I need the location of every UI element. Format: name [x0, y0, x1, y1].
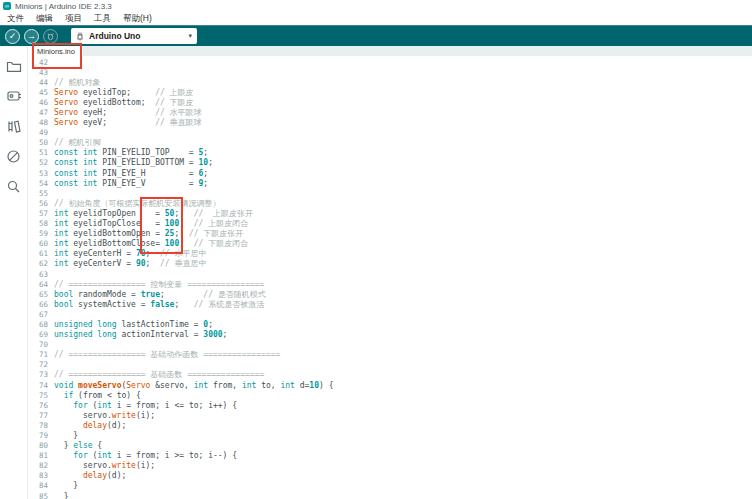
menu-item[interactable]: 工具 [94, 13, 111, 25]
code-line[interactable]: 48Servo eyeV; // 垂直眼球 [28, 118, 752, 128]
line-number: 82 [28, 461, 54, 470]
line-number: 65 [28, 290, 54, 299]
code-text: servo.write(i); [54, 461, 155, 470]
code-line[interactable]: 54const int PIN_EYE_V = 9; [28, 178, 752, 188]
menu-item[interactable]: 编辑 [36, 13, 53, 25]
code-line[interactable]: 84 } [28, 481, 752, 491]
line-number: 84 [28, 481, 54, 490]
code-line[interactable]: 75 if (from < to) { [28, 390, 752, 400]
board-selector-label: Arduino Uno [89, 31, 174, 41]
line-number: 48 [28, 118, 54, 127]
code-text: unsigned long lastActionTime = 0; [54, 320, 213, 329]
code-line[interactable]: 80 } else { [28, 441, 752, 451]
code-line[interactable]: 76 for (int i = from; i <= to; i++) { [28, 400, 752, 410]
bug-icon [46, 32, 55, 41]
code-line[interactable]: 65bool randomMode = true; // 是否随机模式 [28, 289, 752, 299]
code-text: int eyeCenterV = 90; // 垂直居中 [54, 258, 206, 269]
code-line[interactable]: 73// ================ 基础函数 =============… [28, 370, 752, 380]
code-text: // 舵机引脚 [54, 137, 100, 148]
debug-button[interactable] [43, 29, 58, 44]
chevron-down-icon: ▾ [188, 32, 192, 40]
code-line[interactable]: 85 } [28, 491, 752, 499]
code-text: bool systemActive = false; // 系统是否被激活 [54, 299, 264, 310]
code-line[interactable]: 61int eyeCenterH = 70; // 水平居中 [28, 249, 752, 259]
code-line[interactable]: 66bool systemActive = false; // 系统是否被激活 [28, 299, 752, 309]
code-line[interactable]: 43 [28, 67, 752, 77]
line-number: 76 [28, 401, 54, 410]
code-line[interactable]: 74void moveServo(Servo &servo, int from,… [28, 380, 752, 390]
line-number: 44 [28, 78, 54, 87]
title-bar: ∞ Minions | Arduino IDE 2.3.3 [0, 0, 752, 12]
sidebar-item-search[interactable] [3, 175, 25, 197]
line-number: 52 [28, 158, 54, 167]
line-number: 62 [28, 259, 54, 268]
line-number: 73 [28, 370, 54, 379]
upload-button[interactable]: → [24, 29, 39, 44]
line-number: 78 [28, 421, 54, 430]
code-line[interactable]: 47Servo eyeH; // 水平眼球 [28, 107, 752, 117]
line-number: 46 [28, 98, 54, 107]
sidebar-item-boards-manager[interactable] [3, 85, 25, 107]
code-text: } else { [54, 441, 102, 450]
menu-item[interactable]: 帮助(H) [123, 13, 152, 25]
code-line[interactable]: 52const int PIN_EYELID_BOTTOM = 10; [28, 158, 752, 168]
code-lines: 424344// 舵机对象45Servo eyelidTop; // 上眼皮46… [28, 57, 752, 499]
line-number: 58 [28, 219, 54, 228]
code-line[interactable]: 49 [28, 128, 752, 138]
code-editor[interactable]: 424344// 舵机对象45Servo eyelidTop; // 上眼皮46… [28, 56, 752, 499]
code-line[interactable]: 68unsigned long lastActionTime = 0; [28, 319, 752, 329]
line-number: 51 [28, 148, 54, 157]
verify-button[interactable]: ✓ [5, 29, 20, 44]
line-number: 77 [28, 411, 54, 420]
code-text: // ================ 基础动作函数 =============… [54, 349, 280, 360]
code-text: delay(d); [54, 421, 126, 430]
code-line[interactable]: 57int eyelidTopOpen = 50; // 上眼皮张开 [28, 208, 752, 218]
code-line[interactable]: 64// ================ 控制变量 =============… [28, 279, 752, 289]
code-line[interactable]: 55 [28, 188, 752, 198]
code-text: Servo eyeV; // 垂直眼球 [54, 117, 202, 128]
line-number: 55 [28, 189, 54, 198]
sidebar-item-library-manager[interactable] [3, 115, 25, 137]
code-line[interactable]: 51const int PIN_EYELID_TOP = 5; [28, 148, 752, 158]
code-line[interactable]: 67 [28, 309, 752, 319]
code-line[interactable]: 44// 舵机对象 [28, 77, 752, 87]
code-line[interactable]: 42 [28, 57, 752, 67]
line-number: 66 [28, 300, 54, 309]
board-selector[interactable]: Arduino Uno ▾ [71, 28, 197, 44]
line-number: 59 [28, 229, 54, 238]
code-line[interactable]: 71// ================ 基础动作函数 ===========… [28, 350, 752, 360]
sidebar-item-sketchbook[interactable] [3, 55, 25, 77]
code-line[interactable]: 58int eyelidTopClose = 100; // 上眼皮闭合 [28, 219, 752, 229]
code-line[interactable]: 63 [28, 269, 752, 279]
menu-item[interactable]: 文件 [7, 13, 24, 25]
code-line[interactable]: 70 [28, 340, 752, 350]
code-text: void moveServo(Servo &servo, int from, i… [54, 381, 333, 390]
code-line[interactable]: 78 delay(d); [28, 420, 752, 430]
code-line[interactable]: 79 } [28, 430, 752, 440]
code-line[interactable]: 69unsigned long actionInterval = 3000; [28, 330, 752, 340]
code-line[interactable]: 59int eyelidBottomOpen = 25; // 下眼皮张开 [28, 229, 752, 239]
line-number: 53 [28, 169, 54, 178]
code-line[interactable]: 77 servo.write(i); [28, 410, 752, 420]
menu-item[interactable]: 项目 [65, 13, 82, 25]
code-line[interactable]: 56// 初始角度（可根据实际舵机安装情况调整） [28, 198, 752, 208]
code-line[interactable]: 53const int PIN_EYE_H = 6; [28, 168, 752, 178]
sidebar-item-debug[interactable] [3, 145, 25, 167]
code-line[interactable]: 82 servo.write(i); [28, 461, 752, 471]
code-line[interactable]: 72 [28, 360, 752, 370]
code-line[interactable]: 81 for (int i = from; i >= to; i--) { [28, 451, 752, 461]
code-line[interactable]: 83 delay(d); [28, 471, 752, 481]
code-text: const int PIN_EYE_H = 6; [54, 169, 208, 178]
activity-sidebar [0, 46, 28, 499]
code-line[interactable]: 45Servo eyelidTop; // 上眼皮 [28, 87, 752, 97]
code-line[interactable]: 50// 舵机引脚 [28, 138, 752, 148]
code-text: } [54, 492, 68, 499]
code-text: delay(d); [54, 471, 126, 480]
code-line[interactable]: 62int eyeCenterV = 90; // 垂直居中 [28, 259, 752, 269]
code-line[interactable]: 60int eyelidBottomClose= 100; // 下眼皮闭合 [28, 239, 752, 249]
line-number: 68 [28, 320, 54, 329]
code-text: if (from < to) { [54, 391, 141, 400]
line-number: 45 [28, 88, 54, 97]
folder-icon [6, 59, 22, 73]
code-line[interactable]: 46Servo eyelidBottom; // 下眼皮 [28, 97, 752, 107]
